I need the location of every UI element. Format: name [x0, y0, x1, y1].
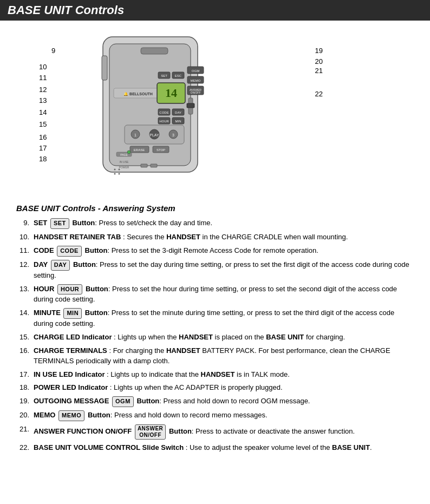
svg-point-45: [114, 173, 116, 175]
item-text: : Lights up when the AC ADAPTER is prope…: [110, 383, 283, 391]
item-number: 19.: [16, 396, 34, 407]
callout-15: 15: [39, 120, 47, 128]
main-content: 🔔 BELLSOUTH 14 SET ESC OGM MEMO ANSWER O…: [0, 21, 430, 467]
diagram-area: 🔔 BELLSOUTH 14 SET ESC OGM MEMO ANSWER O…: [16, 26, 414, 194]
callout-13: 13: [39, 96, 47, 104]
item-number: 15.: [16, 332, 34, 343]
svg-rect-1: [109, 44, 191, 166]
item-number: 12.: [16, 260, 34, 281]
svg-text:SET: SET: [161, 74, 167, 77]
svg-rect-49: [151, 164, 157, 167]
list-item: 15. CHARGE LED Indicator : Lights up whe…: [16, 332, 414, 343]
item-label: DAY: [34, 260, 50, 269]
item-number: 21.: [16, 424, 34, 440]
list-item: 13. HOUR HOUR Button: Press to set the h…: [16, 284, 414, 305]
item-label: BASE UNIT VOLUME CONTROL Slide Switch: [34, 443, 184, 451]
svg-text:1: 1: [134, 133, 136, 137]
item-label: ANSWER FUNCTION ON/OFF: [34, 428, 134, 436]
list-item: 12. DAY DAY Button: Press to set the day…: [16, 260, 414, 281]
set-badge: SET: [50, 218, 69, 229]
list-item: 17. IN USE LED Indicator : Lights up to …: [16, 370, 414, 380]
svg-text:PAGE: PAGE: [120, 153, 128, 156]
item-content: CHARGE LED Indicator : Lights up when th…: [34, 332, 414, 343]
phone-diagram: 🔔 BELLSOUTH 14 SET ESC OGM MEMO ANSWER O…: [70, 34, 233, 183]
callout-10: 10: [39, 63, 47, 71]
item-label: CHARGE TERMINALS: [34, 346, 107, 355]
item-content: POWER LED Indicator : Lights up when the…: [34, 383, 414, 393]
item-text: Button: Press and hold down to record OG…: [136, 397, 310, 405]
callout-9: 9: [51, 47, 55, 55]
item-number: 13.: [16, 284, 34, 305]
item-label: OUTGOING MESSAGE: [34, 397, 111, 405]
item-text: : Secures the HANDSET in the CHARGE CRAD…: [123, 233, 348, 241]
list-item: 16. CHARGE TERMINALS : For charging the …: [16, 346, 414, 366]
svg-point-43: [114, 169, 116, 171]
item-number: 10.: [16, 232, 34, 243]
item-label: MEMO: [34, 411, 57, 420]
svg-text:OGM: OGM: [192, 69, 199, 73]
callout-12: 12: [39, 86, 47, 94]
svg-text:HOUR: HOUR: [159, 120, 169, 123]
svg-rect-2: [141, 48, 168, 54]
svg-text:PLAY: PLAY: [149, 133, 159, 137]
item-text: Button: Press to set the day during time…: [34, 260, 409, 279]
item-content: CODE CODE Button: Press to set the 3-dig…: [34, 246, 414, 257]
item-text: : Lights up to indicate that the HANDSET…: [107, 370, 290, 378]
svg-text:IN USE: IN USE: [120, 160, 129, 163]
item-label: CHARGE LED Indicator: [34, 333, 112, 341]
min-badge: MIN: [63, 308, 82, 319]
list-item: 18. POWER LED Indicator : Lights up when…: [16, 383, 414, 393]
item-number: 14.: [16, 308, 34, 329]
item-text: : Lights up when the HANDSET is placed o…: [114, 333, 345, 341]
item-content: BASE UNIT VOLUME CONTROL Slide Switch : …: [34, 443, 414, 453]
callout-17: 17: [39, 144, 47, 152]
item-number: 11.: [16, 246, 34, 257]
svg-text:🔔 BELLSOUTH: 🔔 BELLSOUTH: [123, 91, 153, 96]
item-content: MINUTE MIN Button: Press to set the minu…: [34, 308, 414, 329]
item-content: CHARGE TERMINALS : For charging the HAND…: [34, 346, 414, 366]
list-item: 19. OUTGOING MESSAGE OGM Button: Press a…: [16, 396, 414, 407]
callout-21: 21: [315, 67, 323, 75]
svg-text:MEMO: MEMO: [191, 79, 201, 82]
item-content: SET SET Button: Press to set/check the d…: [34, 218, 414, 229]
item-content: DAY DAY Button: Press to set the day dur…: [34, 260, 414, 281]
item-number: 22.: [16, 443, 34, 453]
list-item: 21. ANSWER FUNCTION ON/OFF ANSWERON/OFF …: [16, 424, 414, 440]
item-content: IN USE LED Indicator : Lights up to indi…: [34, 370, 414, 380]
item-number: 20.: [16, 410, 34, 421]
item-text: Button: Press and hold down to record me…: [88, 411, 268, 420]
code-badge: CODE: [57, 246, 82, 257]
item-number: 9.: [16, 218, 34, 229]
item-content: HANDSET RETAINER TAB : Secures the HANDS…: [34, 232, 414, 243]
svg-point-50: [127, 150, 131, 154]
svg-text:ON/OFF: ON/OFF: [191, 91, 201, 94]
page-title: BASE UNIT Controls: [8, 3, 124, 17]
item-number: 18.: [16, 383, 34, 393]
item-label: CODE: [34, 246, 56, 254]
hour-badge: HOUR: [57, 284, 82, 295]
page-header: BASE UNIT Controls: [0, 0, 430, 21]
list-item: 22. BASE UNIT VOLUME CONTROL Slide Switc…: [16, 443, 414, 453]
svg-text:14: 14: [165, 86, 177, 100]
answer-badge: ANSWERON/OFF: [135, 424, 166, 440]
svg-text:POWER: POWER: [119, 166, 129, 169]
item-text: Button: Press to set the 3-digit Remote …: [85, 246, 318, 254]
svg-rect-48: [141, 164, 147, 167]
item-label: MINUTE: [34, 309, 62, 317]
svg-text:DAY: DAY: [175, 111, 181, 114]
section-title: BASE UNIT Controls - Answering System: [16, 204, 414, 213]
svg-point-46: [119, 173, 120, 175]
ogm-badge: OGM: [112, 396, 134, 407]
svg-rect-47: [102, 56, 107, 80]
item-content: OUTGOING MESSAGE OGM Button: Press and h…: [34, 396, 414, 407]
item-number: 17.: [16, 370, 34, 380]
svg-text:ESC: ESC: [175, 74, 182, 77]
svg-text:3: 3: [172, 133, 174, 137]
svg-text:ERASE: ERASE: [134, 148, 145, 152]
list-item: 9. SET SET Button: Press to set/check th…: [16, 218, 414, 229]
callout-14: 14: [39, 108, 47, 116]
item-label: IN USE LED Indicator: [34, 370, 105, 378]
item-content: ANSWER FUNCTION ON/OFF ANSWERON/OFF Butt…: [34, 424, 414, 440]
callout-18: 18: [39, 155, 47, 163]
item-content: MEMO MEMO Button: Press and hold down to…: [34, 410, 414, 421]
